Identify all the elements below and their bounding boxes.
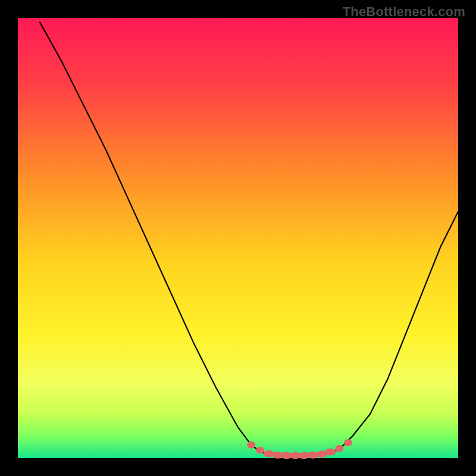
marker-dot bbox=[264, 450, 274, 458]
marker-dot bbox=[325, 449, 336, 456]
plot-svg bbox=[0, 0, 476, 476]
marker-dot bbox=[344, 439, 352, 446]
chart-container: TheBottleneck.com bbox=[0, 0, 476, 476]
svg-rect-0 bbox=[18, 18, 458, 458]
marker-dot bbox=[256, 447, 264, 454]
marker-dot bbox=[247, 441, 255, 449]
marker-dot bbox=[335, 445, 343, 452]
